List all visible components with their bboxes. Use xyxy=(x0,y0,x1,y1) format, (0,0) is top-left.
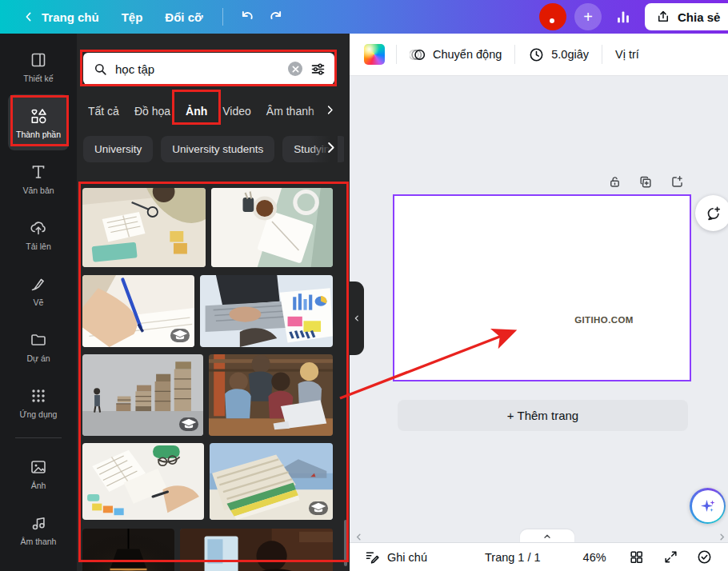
photo-results-grid xyxy=(82,188,333,571)
sidebar-rail: Thiết kế Thành phần Văn bản Tải lên Vẽ D… xyxy=(0,34,77,571)
saved-status-button[interactable] xyxy=(696,549,713,565)
search-box xyxy=(83,53,334,85)
sparkle-icon xyxy=(698,497,718,516)
design-icon xyxy=(29,50,48,70)
fullscreen-button[interactable] xyxy=(663,549,678,565)
sidebar-item-elements[interactable]: Thành phần xyxy=(8,94,69,150)
grid-view-icon xyxy=(629,549,644,565)
collapse-bottom-tab[interactable] xyxy=(520,529,574,543)
sidebar-item-apps[interactable]: Ứng dụng xyxy=(8,374,69,430)
avatar[interactable] xyxy=(539,3,566,30)
photo-thumbnail-students-laptop[interactable] xyxy=(209,354,333,436)
hscroll-right-arrow[interactable] xyxy=(718,533,726,541)
grid-view-button[interactable] xyxy=(629,549,644,565)
undo-button[interactable] xyxy=(233,3,260,30)
back-chevron-icon xyxy=(22,10,35,23)
zoom-level[interactable]: 46% xyxy=(583,551,606,564)
add-page-button[interactable]: + Thêm trang xyxy=(398,400,688,431)
tab-photos[interactable]: Ảnh xyxy=(186,100,207,125)
clock-icon xyxy=(528,46,545,63)
comment-button[interactable] xyxy=(695,195,728,231)
chip-university[interactable]: University xyxy=(83,136,153,162)
canvas-area: Chuyển động 5.0giây Vị trí GITIHO.COM + … xyxy=(350,34,728,571)
photo-thumbnail-coffee-notebook[interactable] xyxy=(211,188,333,267)
hscroll-left-arrow[interactable] xyxy=(354,533,363,541)
redo-button[interactable] xyxy=(263,3,290,30)
photo-thumbnail-laptop-charts[interactable] xyxy=(200,275,333,347)
clear-search-icon[interactable] xyxy=(288,62,302,76)
position-button[interactable]: Vị trí xyxy=(614,45,641,64)
elements-panel: Tất cả Đồ họa Ảnh Video Âm thanh Univers… xyxy=(77,34,350,571)
suggestion-chips: University University students Studying xyxy=(83,136,344,162)
topbar-divider xyxy=(222,8,223,26)
sidebar-item-uploads[interactable]: Tải lên xyxy=(8,206,69,262)
tab-audio[interactable]: Âm thanh xyxy=(266,100,314,125)
search-icon xyxy=(93,62,108,77)
music-note-icon xyxy=(29,513,48,533)
status-bar: Ghi chú Trang 1 / 1 46% ? xyxy=(350,542,728,571)
chip-university-students[interactable]: University students xyxy=(161,136,274,162)
pen-draw-icon xyxy=(29,274,48,293)
photo-thumbnail-book-stacks[interactable] xyxy=(82,354,203,436)
search-input[interactable] xyxy=(115,62,281,76)
bar-chart-icon xyxy=(614,8,632,26)
rail-divider xyxy=(15,437,62,438)
ai-assistant-button[interactable] xyxy=(690,488,726,524)
page-indicator[interactable]: Trang 1 / 1 xyxy=(485,551,541,564)
add-page-icon-button[interactable] xyxy=(670,174,685,190)
share-button[interactable]: Chia sẻ xyxy=(645,3,728,30)
education-badge-icon xyxy=(309,501,328,515)
photo-thumbnail-writing-hand[interactable] xyxy=(82,275,194,347)
panel-collapse-handle[interactable] xyxy=(350,282,364,355)
image-icon xyxy=(29,457,48,477)
photo-thumbnail-night-study[interactable] xyxy=(180,529,333,571)
sidebar-item-photos[interactable]: Ảnh xyxy=(8,445,69,501)
motion-circles-icon xyxy=(410,46,426,63)
add-member-button[interactable]: + xyxy=(574,3,602,30)
sidebar-item-text[interactable]: Văn bản xyxy=(8,150,69,206)
tabs-chevron-right-icon[interactable] xyxy=(324,104,336,116)
background-color-swatch[interactable] xyxy=(364,44,385,65)
notes-button[interactable]: Ghi chú xyxy=(364,549,427,565)
filter-sliders-icon[interactable] xyxy=(310,61,326,78)
shapes-icon xyxy=(29,106,48,126)
sidebar-item-design[interactable]: Thiết kế xyxy=(8,38,69,94)
check-circle-icon xyxy=(696,549,713,565)
chips-chevron-right-icon[interactable] xyxy=(323,140,338,155)
toolbar-divider xyxy=(602,45,602,64)
share-upload-icon xyxy=(656,10,670,24)
photo-thumbnail-notes-books[interactable] xyxy=(82,443,204,520)
top-bar: Trang chủ Tệp Đổi cỡ + xyxy=(0,0,728,34)
cloud-upload-icon xyxy=(29,218,48,238)
expand-icon xyxy=(663,549,678,565)
education-badge-icon xyxy=(179,417,198,431)
toolbar-divider xyxy=(514,45,515,64)
undo-icon xyxy=(238,8,255,26)
home-label: Trang chủ xyxy=(42,10,99,24)
apps-grid-icon xyxy=(29,386,48,405)
design-page[interactable]: GITIHO.COM xyxy=(393,194,691,381)
media-type-tabs: Tất cả Đồ họa Ảnh Video Âm thanh xyxy=(88,98,338,126)
page-toolbar: Chuyển động 5.0giây Vị trí xyxy=(350,34,728,76)
duration-button[interactable]: 5.0giây xyxy=(526,43,590,66)
resize-menu[interactable]: Đổi cỡ xyxy=(155,6,212,29)
tab-all[interactable]: Tất cả xyxy=(88,100,119,125)
file-menu[interactable]: Tệp xyxy=(112,6,153,29)
sidebar-item-projects[interactable]: Dự án xyxy=(8,318,69,374)
photo-thumbnail-studying-desk[interactable] xyxy=(82,188,206,267)
sidebar-item-draw[interactable]: Vẽ xyxy=(8,262,69,318)
photo-thumbnail-books-sea[interactable] xyxy=(210,443,333,520)
page-controls xyxy=(607,174,685,190)
motion-button[interactable]: Chuyển động xyxy=(408,43,503,66)
insights-button[interactable] xyxy=(610,3,637,30)
sidebar-item-audio[interactable]: Âm thanh xyxy=(8,501,69,557)
duplicate-page-button[interactable] xyxy=(638,174,654,190)
redo-icon xyxy=(268,8,286,26)
tab-video[interactable]: Video xyxy=(222,100,251,125)
unlock-button[interactable] xyxy=(607,174,622,190)
home-button[interactable]: Trang chủ xyxy=(13,6,109,29)
folder-icon xyxy=(29,330,48,349)
tab-graphics[interactable]: Đồ họa xyxy=(134,100,170,125)
photo-thumbnail-lamp-dark[interactable] xyxy=(82,529,174,571)
panel-scrollbar[interactable] xyxy=(344,520,347,566)
